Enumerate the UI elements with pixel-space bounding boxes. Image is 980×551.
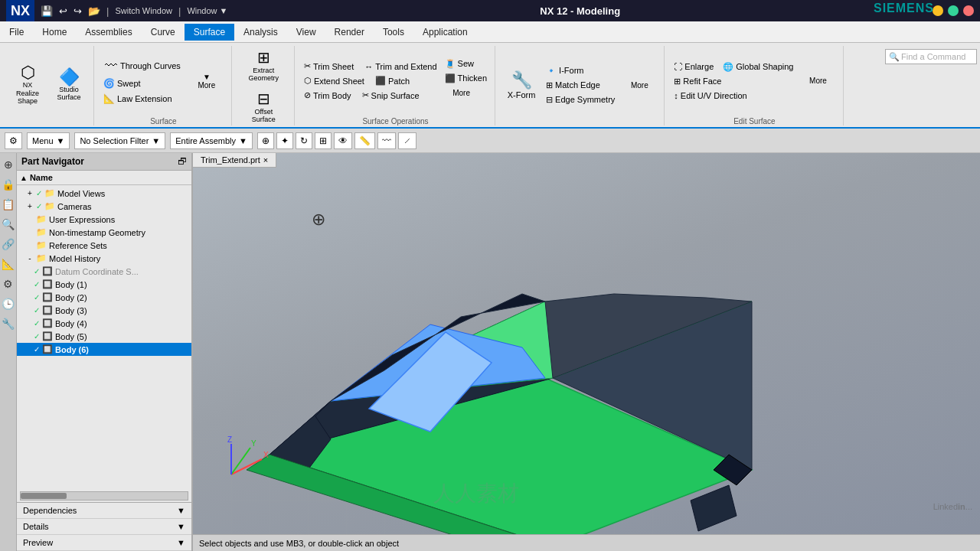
line-tool[interactable]: ⟋ — [398, 132, 416, 149]
side-tool-4[interactable]: 🔍 — [0, 216, 17, 233]
redo-icon[interactable]: ↪ — [74, 5, 82, 17]
curve-tool[interactable]: 〰 — [377, 132, 396, 149]
quick-save-icon[interactable]: 💾 — [41, 5, 53, 17]
snap-btn[interactable]: ⊕ — [257, 132, 274, 149]
refit-face-btn[interactable]: ⊞ Refit Face — [671, 75, 724, 88]
scale-btn[interactable]: ⊞ — [315, 132, 332, 149]
menu-surface[interactable]: Surface — [185, 24, 234, 41]
tree-non-timestamp[interactable]: 📁 Non-timestamp Geometry — [17, 226, 191, 239]
law-extension-btn[interactable]: 📐 Law Extension — [100, 92, 175, 106]
side-tool-1[interactable]: ⊕ — [2, 156, 15, 173]
snip-surface-btn[interactable]: ✂ Snip Surface — [359, 89, 423, 102]
tree-label: Cameras — [57, 202, 92, 211]
surf-ops-more-btn[interactable]: More — [442, 86, 482, 105]
menu-view[interactable]: View — [287, 24, 325, 41]
swept-label: Swept — [117, 79, 141, 88]
undo-icon[interactable]: ↩ — [59, 5, 67, 17]
assembly-dropdown[interactable]: Entire Assembly ▼ — [170, 132, 253, 149]
tree-body-2[interactable]: ✓ 🔲 Body (2) — [17, 291, 191, 304]
measure-btn[interactable]: 📏 — [354, 132, 375, 149]
view-btn[interactable]: 👁 — [334, 132, 352, 149]
tree-user-expressions[interactable]: 📁 User Expressions — [17, 213, 191, 226]
viewport[interactable]: Trim_Extend.prt × — [193, 153, 980, 551]
pn-restore-btn[interactable]: 🗗 — [178, 156, 187, 167]
scrollbar-thumb[interactable] — [21, 493, 67, 499]
settings-btn[interactable]: ⚙ — [5, 132, 22, 149]
side-toolbar: ⊕ 🔒 📋 🔍 🔗 📐 ⚙ 🕒 🔧 — [0, 153, 17, 551]
edge-symmetry-btn[interactable]: ⊟ Edge Symmetry — [543, 93, 618, 106]
menu-render[interactable]: Render — [325, 24, 374, 41]
edit-uv-direction-btn[interactable]: ↕ Edit U/V Direction — [671, 90, 750, 102]
studio-surface-btn[interactable]: 🔷 StudioSurface — [49, 67, 89, 103]
side-tool-2[interactable]: 🔒 — [0, 176, 17, 193]
ribbon-group-surface-ops: ✂ Trim Sheet ↔ Trim and Extend ⬡ Extend … — [296, 46, 495, 126]
details-section[interactable]: Details ▼ — [17, 519, 191, 535]
nx-realize-shape-btn[interactable]: ⬡ NX RealizeShape — [8, 62, 47, 108]
side-tool-9[interactable]: 🔧 — [0, 315, 17, 332]
surface-more-btn[interactable]: ▼ More — [187, 70, 227, 92]
tree-reference-sets[interactable]: 📁 Reference Sets — [17, 239, 191, 252]
iform-label: I-Form — [559, 66, 583, 75]
open-icon[interactable]: 📂 — [88, 5, 100, 17]
menu-curve[interactable]: Curve — [142, 24, 185, 41]
menu-analysis[interactable]: Analysis — [234, 24, 287, 41]
rotate-btn[interactable]: ↻ — [296, 132, 312, 149]
trim-and-extend-btn[interactable]: ↔ Trim and Extend — [361, 60, 439, 73]
enlarge-btn[interactable]: ⛶ Enlarge — [671, 60, 717, 73]
trim-sheet-btn[interactable]: ✂ Trim Sheet — [301, 60, 357, 73]
tree-cameras[interactable]: + ✓ 📁 Cameras — [17, 200, 191, 213]
iform-btn[interactable]: 🔹 I-Form — [543, 64, 618, 77]
tree-body-1[interactable]: ✓ 🔲 Body (1) — [17, 278, 191, 291]
folder-icon: 📁 — [36, 214, 47, 224]
menu-tools[interactable]: Tools — [374, 24, 413, 41]
extend-sheet-btn[interactable]: ⬡ Extend Sheet — [301, 74, 368, 87]
side-tool-6[interactable]: 📐 — [0, 256, 17, 272]
side-tool-5[interactable]: 🔗 — [0, 236, 17, 253]
global-shaping-btn[interactable]: 🌐 Global Shaping — [720, 60, 796, 73]
menu-home[interactable]: Home — [33, 24, 76, 41]
extract-geometry-btn[interactable]: ⊞ ExtractGeometry — [243, 46, 283, 84]
side-tool-7[interactable]: ⚙ — [1, 276, 15, 292]
switch-window-btn[interactable]: Switch Window — [115, 6, 172, 15]
trim-body-btn[interactable]: ⊘ Trim Body — [301, 89, 354, 102]
xform-btn[interactable]: 🔧 X-Form — [501, 68, 541, 102]
tree-body-4[interactable]: ✓ 🔲 Body (4) — [17, 317, 191, 330]
pn-scrollbar[interactable] — [20, 491, 188, 500]
selection-filter-dropdown[interactable]: No Selection Filter ▼ — [74, 132, 165, 149]
tree-model-history[interactable]: - 📁 Model History — [17, 252, 191, 265]
minimize-button[interactable] — [933, 5, 943, 16]
tree-body-6[interactable]: ✓ 🔲 Body (6) — [17, 343, 191, 356]
dependencies-section[interactable]: Dependencies ▼ — [17, 503, 191, 519]
ribbon-search-box[interactable]: 🔍 Find a Command — [885, 49, 977, 64]
through-curves-btn[interactable]: 〰 Through Curves — [100, 57, 185, 75]
tree-label: Datum Coordinate S... — [55, 267, 139, 276]
edit-surf-more-btn[interactable]: More — [799, 74, 838, 87]
close-button[interactable] — [963, 5, 974, 16]
menu-dropdown[interactable]: Menu ▼ — [27, 132, 70, 149]
side-tool-3[interactable]: 📋 — [0, 196, 17, 213]
maximize-button[interactable] — [948, 5, 959, 16]
file-tab-item[interactable]: Trim_Extend.prt × — [193, 153, 276, 167]
preview-section[interactable]: Preview ▼ — [17, 535, 191, 551]
menu-file[interactable]: File — [0, 24, 33, 41]
tree-body-5[interactable]: ✓ 🔲 Body (5) — [17, 330, 191, 343]
offset-surface-btn[interactable]: ⊟ OffsetSurface — [243, 87, 283, 126]
sew-btn[interactable]: 🧵 Sew — [442, 57, 491, 70]
side-tool-8[interactable]: 🕒 — [0, 295, 17, 312]
tree-model-views[interactable]: + ✓ 📁 Model Views — [17, 187, 191, 200]
search-icon: 🔍 — [889, 52, 900, 62]
menu-assemblies[interactable]: Assemblies — [76, 24, 141, 41]
file-tab-close[interactable]: × — [263, 155, 268, 165]
3d-scene[interactable]: 人人素材 ⊕ X Y Z Linkedin... — [193, 171, 980, 534]
move-btn[interactable]: ✦ — [276, 132, 293, 149]
thicken-btn[interactable]: ⬛ Thicken — [442, 72, 491, 85]
menu-application[interactable]: Application — [413, 24, 477, 41]
xform-more-btn[interactable]: More — [619, 76, 659, 94]
patch-btn[interactable]: ⬛ Patch — [372, 74, 413, 87]
tree-datum-coord[interactable]: ✓ 🔲 Datum Coordinate S... — [17, 265, 191, 278]
tree-body-3[interactable]: ✓ 🔲 Body (3) — [17, 304, 191, 317]
match-edge-btn[interactable]: ⊞ Match Edge — [543, 79, 618, 92]
window-btn[interactable]: Window ▼ — [187, 6, 227, 15]
swept-btn[interactable]: 🌀 Swept — [100, 77, 144, 90]
enlarge-icon: ⛶ — [674, 62, 682, 71]
